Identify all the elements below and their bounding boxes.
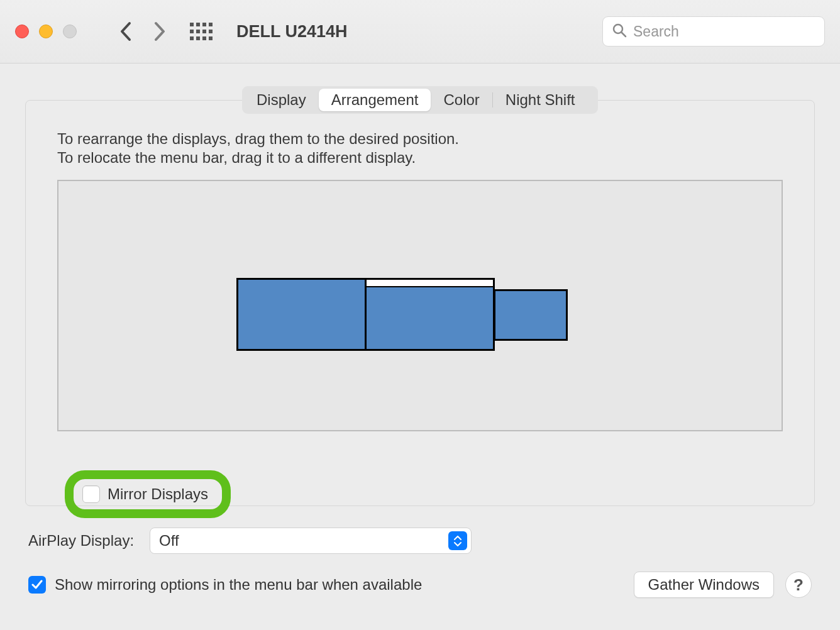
display-arrange-area[interactable] bbox=[57, 180, 783, 431]
mirror-displays-checkbox[interactable] bbox=[82, 485, 100, 503]
chevron-updown-icon bbox=[448, 531, 467, 550]
mirror-displays-label: Mirror Displays bbox=[108, 485, 208, 503]
display-1[interactable] bbox=[236, 278, 367, 351]
search-box[interactable] bbox=[602, 16, 825, 47]
gather-windows-button[interactable]: Gather Windows bbox=[634, 572, 774, 598]
instruction-line-1: To rearrange the displays, drag them to … bbox=[57, 130, 783, 148]
nav-arrows bbox=[119, 21, 166, 41]
footer-row: Show mirroring options in the menu bar w… bbox=[25, 572, 815, 598]
titlebar: DELL U2414H bbox=[0, 0, 840, 64]
show-all-icon[interactable] bbox=[190, 23, 213, 40]
svg-rect-6 bbox=[202, 30, 206, 33]
svg-rect-0 bbox=[190, 23, 194, 26]
airplay-value: Off bbox=[159, 532, 179, 550]
help-button[interactable]: ? bbox=[785, 572, 812, 598]
svg-rect-10 bbox=[202, 36, 206, 40]
svg-rect-1 bbox=[196, 23, 200, 26]
window-title: DELL U2414H bbox=[236, 22, 348, 41]
airplay-label: AirPlay Display: bbox=[28, 532, 138, 550]
tab-segment: Display Arrangement Color Night Shift bbox=[242, 86, 598, 114]
back-button[interactable] bbox=[119, 21, 131, 41]
svg-rect-11 bbox=[209, 36, 213, 40]
search-icon bbox=[612, 23, 627, 40]
svg-rect-5 bbox=[196, 30, 200, 33]
airplay-row: AirPlay Display: Off bbox=[25, 528, 815, 554]
svg-rect-8 bbox=[190, 36, 194, 40]
instructions: To rearrange the displays, drag them to … bbox=[57, 130, 783, 167]
highlight-annotation: Mirror Displays bbox=[65, 470, 231, 518]
arrangement-panel: To rearrange the displays, drag them to … bbox=[25, 100, 815, 506]
svg-rect-7 bbox=[209, 30, 213, 33]
svg-rect-2 bbox=[202, 23, 206, 26]
svg-rect-3 bbox=[209, 23, 213, 26]
tab-arrangement[interactable]: Arrangement bbox=[319, 89, 431, 111]
search-input[interactable] bbox=[633, 23, 815, 40]
instruction-line-2: To relocate the menu bar, drag it to a d… bbox=[57, 148, 783, 167]
forward-button bbox=[154, 21, 166, 41]
window-controls bbox=[15, 25, 77, 38]
maximize-button bbox=[63, 25, 77, 38]
display-2-primary[interactable] bbox=[365, 278, 495, 351]
show-mirroring-checkbox[interactable] bbox=[28, 576, 46, 594]
svg-rect-4 bbox=[190, 30, 194, 33]
tab-display[interactable]: Display bbox=[244, 89, 319, 111]
menubar-strip[interactable] bbox=[365, 279, 494, 287]
display-3[interactable] bbox=[494, 289, 568, 341]
check-icon bbox=[31, 579, 43, 590]
airplay-select[interactable]: Off bbox=[150, 528, 472, 554]
minimize-button[interactable] bbox=[39, 25, 53, 38]
tab-color[interactable]: Color bbox=[431, 89, 492, 111]
tab-night-shift[interactable]: Night Shift bbox=[493, 89, 588, 111]
show-mirroring-label: Show mirroring options in the menu bar w… bbox=[55, 576, 422, 594]
svg-line-13 bbox=[622, 33, 626, 37]
svg-rect-9 bbox=[196, 36, 200, 40]
content-area: Display Arrangement Color Night Shift To… bbox=[0, 64, 840, 598]
close-button[interactable] bbox=[15, 25, 29, 38]
